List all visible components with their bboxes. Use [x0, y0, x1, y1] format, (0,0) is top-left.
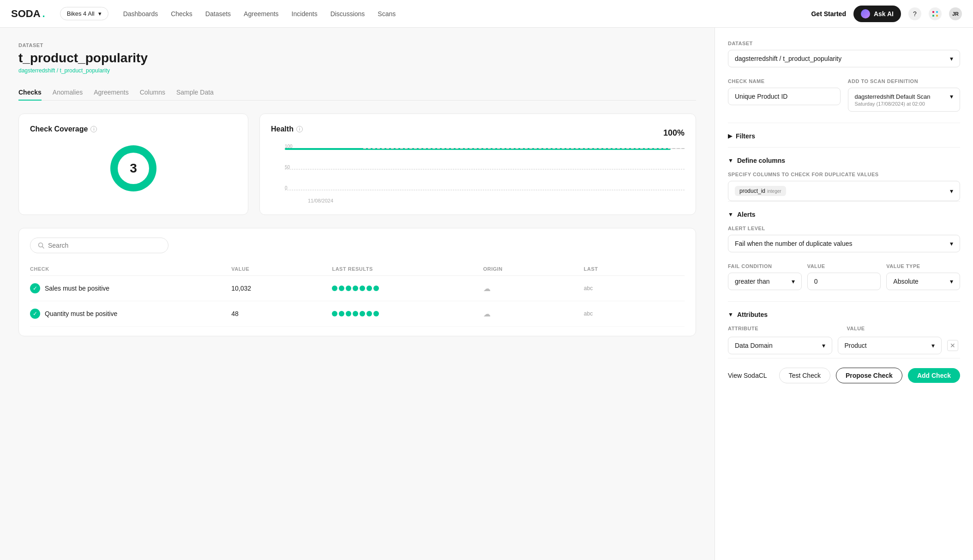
alerts-section: ▼ Alerts ALERT LEVEL Fail when the numbe… — [728, 201, 960, 290]
dataset-selector[interactable]: dagsterredshift / t_product_popularity ▾ — [728, 50, 960, 67]
value-type-label: VALUE TYPE — [886, 263, 960, 269]
columns-selector-section: SPECIFY COLUMNS TO CHECK FOR DUPLICATE V… — [728, 172, 960, 201]
attr-val-label: VALUE — [847, 326, 961, 331]
fail-condition-value: greater than — [735, 278, 770, 285]
nav-dashboards[interactable]: Dashboards — [123, 10, 158, 18]
check-value-1: 10,032 — [231, 285, 332, 292]
attr-col-label: ATTRIBUTE — [728, 326, 841, 331]
result-dots-2 — [332, 311, 483, 316]
dataset-title: t_product_popularity — [18, 51, 696, 66]
health-header: Health i 100% — [271, 125, 685, 141]
define-columns-toggle[interactable]: ▼ Define columns — [728, 157, 960, 164]
attr-value-value: Product — [845, 342, 867, 349]
panel-dataset-label: DATASET — [728, 41, 960, 46]
tab-agreements[interactable]: Agreements — [94, 85, 128, 101]
column-tag-product-id: product_id integer — [735, 186, 786, 196]
define-columns-section: ▼ Define columns SPECIFY COLUMNS TO CHEC… — [728, 147, 960, 201]
tab-columns[interactable]: Columns — [140, 85, 165, 101]
info-icon-coverage[interactable]: i — [90, 126, 97, 132]
attr-value-selector[interactable]: Product ▾ — [838, 337, 942, 354]
alert-level-chevron: ▾ — [950, 240, 953, 247]
value-type-section: VALUE TYPE Absolute ▾ — [886, 263, 960, 290]
result-dots-1 — [332, 286, 483, 291]
nav-checks[interactable]: Checks — [171, 10, 192, 18]
slack-icon[interactable] — [929, 7, 942, 20]
define-columns-label: Define columns — [737, 157, 785, 164]
value-label: VALUE — [807, 263, 881, 269]
nav-discussions[interactable]: Discussions — [330, 10, 365, 18]
fail-condition-selector[interactable]: greater than ▾ — [728, 273, 802, 290]
table-row[interactable]: ✓ Sales must be positive 10,032 ☁ abc — [30, 276, 685, 301]
card-title-coverage: Check Coverage i — [30, 125, 237, 133]
user-avatar[interactable]: JR — [949, 7, 962, 20]
get-started-button[interactable]: Get Started — [811, 10, 846, 18]
y-label-50: 50 — [285, 165, 290, 170]
donut-ring: 3 — [110, 145, 156, 191]
propose-check-button[interactable]: Propose Check — [836, 368, 902, 383]
column-tag-type: integer — [767, 189, 781, 194]
y-label-0: 0 — [285, 185, 288, 191]
alert-level-label: ALERT LEVEL — [728, 226, 960, 231]
chevron-right-icon: ▶ — [728, 133, 732, 139]
test-check-button[interactable]: Test Check — [779, 368, 830, 383]
tab-anomalies[interactable]: Anomalies — [53, 85, 83, 101]
columns-selector[interactable]: product_id integer ▾ — [728, 181, 960, 201]
health-bar-dashed — [363, 148, 685, 150]
scan-def-chevron: ▾ — [950, 93, 953, 100]
scan-definition-selector[interactable]: dagsterredshift Default Scan ▾ Saturday … — [848, 88, 961, 112]
nav-scans[interactable]: Scans — [378, 10, 396, 18]
nav-incidents[interactable]: Incidents — [292, 10, 318, 18]
add-check-button[interactable]: Add Check — [908, 368, 960, 383]
chart-line-50: 50 — [285, 169, 685, 170]
scan-def-value: dagsterredshift Default Scan — [855, 93, 931, 100]
attributes-toggle[interactable]: ▼ Attributes — [728, 311, 960, 318]
svg-rect-3 — [936, 15, 938, 17]
tabs: Checks Anomalies Agreements Columns Samp… — [18, 85, 696, 101]
tab-sample-data[interactable]: Sample Data — [176, 85, 214, 101]
dataset-breadcrumb: dagsterredshift / t_product_popularity — [18, 67, 696, 74]
scan-def-label: ADD TO SCAN DEFINITION — [848, 78, 961, 84]
check-name-label: CHECK NAME — [728, 78, 841, 84]
soda-logo[interactable]: SODA. — [11, 8, 45, 20]
org-selector[interactable]: Bikes 4 All ▾ — [60, 7, 108, 20]
check-name-input[interactable] — [728, 88, 841, 105]
ask-ai-button[interactable]: Ask AI — [853, 6, 901, 22]
dataset-selector-value: dagsterredshift / t_product_popularity — [735, 55, 841, 62]
nav-datasets[interactable]: Datasets — [205, 10, 231, 18]
check-name-1: Sales must be positive — [45, 285, 109, 292]
alert-level-selector[interactable]: Fail when the number of duplicate values… — [728, 235, 960, 252]
nav-right: Get Started Ask AI ? JR — [811, 6, 962, 22]
tab-checks[interactable]: Checks — [18, 85, 42, 101]
filters-toggle[interactable]: ▶ Filters — [728, 132, 960, 140]
value-type-value: Absolute — [893, 278, 918, 285]
attribute-row-1: ATTRIBUTE VALUE Data Domain ▾ Product ▾ … — [728, 326, 960, 354]
col-last-results: LAST RESULTS — [332, 266, 483, 272]
fail-condition-row: FAIL CONDITION greater than ▾ VALUE VALU… — [728, 263, 960, 290]
value-input[interactable] — [807, 273, 881, 290]
search-section: CHECK VALUE LAST RESULTS ORIGIN LAST ✓ S… — [18, 228, 696, 336]
alerts-label: Alerts — [737, 211, 756, 218]
check-cell-1: ✓ Sales must be positive — [30, 283, 231, 293]
attribute-selector[interactable]: Data Domain ▾ — [728, 337, 832, 354]
value-type-chevron: ▾ — [950, 278, 953, 285]
donut-chart: 3 — [30, 141, 237, 196]
dataset-label: DATASET — [18, 42, 696, 48]
search-icon — [38, 242, 44, 249]
alerts-toggle[interactable]: ▼ Alerts — [728, 211, 960, 218]
col-last: LAST — [584, 266, 685, 272]
help-icon[interactable]: ? — [908, 7, 921, 20]
col-check: CHECK — [30, 266, 231, 272]
table-row[interactable]: ✓ Quantity must be positive 48 ☁ abc — [30, 301, 685, 327]
value-type-selector[interactable]: Absolute ▾ — [886, 273, 960, 290]
info-icon-health[interactable]: i — [296, 126, 303, 132]
nav-agreements[interactable]: Agreements — [244, 10, 278, 18]
column-tag-name: product_id — [739, 188, 765, 194]
col-origin: ORIGIN — [483, 266, 584, 272]
remove-attribute-button[interactable]: ✕ — [947, 340, 958, 351]
check-coverage-card: Check Coverage i 3 — [18, 113, 248, 215]
value-section: VALUE — [807, 263, 881, 290]
top-navigation: SODA. Bikes 4 All ▾ Dashboards Checks Da… — [0, 0, 973, 28]
search-input[interactable] — [48, 242, 161, 249]
view-sodacl-button[interactable]: View SodaCL — [728, 368, 767, 383]
origin-cloud-1: ☁ — [483, 284, 584, 293]
